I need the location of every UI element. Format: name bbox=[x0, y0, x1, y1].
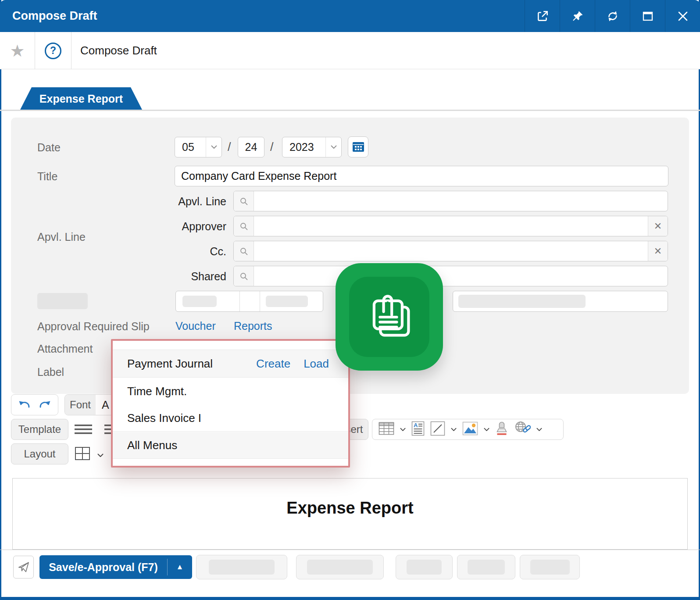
refresh-icon[interactable] bbox=[595, 0, 630, 32]
divider bbox=[0, 110, 700, 111]
cc-search-field[interactable]: ✕ bbox=[233, 241, 668, 261]
apvl-line-input[interactable] bbox=[254, 191, 668, 211]
hyperlink-globe-icon[interactable] bbox=[514, 421, 531, 438]
undo-icon[interactable] bbox=[18, 399, 31, 411]
disabled-action-button bbox=[520, 555, 580, 579]
date-separator: / bbox=[228, 140, 231, 154]
chevron-down-icon[interactable] bbox=[400, 425, 406, 433]
button-skeleton bbox=[530, 560, 570, 575]
chevron-down-icon[interactable] bbox=[536, 425, 542, 433]
day-input[interactable]: 24 bbox=[238, 137, 264, 157]
value-skeleton bbox=[182, 296, 217, 307]
approval-group-label: Apvl. Line bbox=[37, 231, 86, 243]
attachment-badge[interactable] bbox=[336, 263, 443, 371]
chevron-down-icon[interactable] bbox=[97, 451, 104, 459]
button-skeleton bbox=[307, 560, 373, 575]
day-value: 24 bbox=[245, 141, 257, 154]
value-skeleton bbox=[458, 295, 586, 308]
value-skeleton bbox=[266, 296, 308, 307]
header-row: ★ ? Compose Draft bbox=[0, 32, 700, 69]
template-button[interactable]: Template bbox=[11, 419, 68, 440]
menu-item-all-menus[interactable]: All Menus bbox=[113, 432, 348, 459]
disabled-action-button bbox=[196, 555, 287, 579]
clear-icon[interactable]: ✕ bbox=[648, 216, 668, 236]
search-icon[interactable] bbox=[234, 191, 254, 211]
apvl-line-label: Apvl. Line bbox=[167, 195, 226, 208]
reports-link[interactable]: Reports bbox=[234, 320, 272, 332]
shared-input[interactable] bbox=[254, 266, 668, 286]
page-title: Compose Draft bbox=[80, 32, 157, 69]
menu-item-payment-journal[interactable]: Payment Journal Create Load bbox=[113, 350, 348, 378]
title-bar: Compose Draft bbox=[0, 0, 700, 32]
window-border bbox=[0, 0, 1, 600]
title-value: Company Card Expense Report bbox=[175, 170, 336, 182]
star-icon: ★ bbox=[10, 43, 25, 59]
caret-up-icon[interactable]: ▲ bbox=[168, 563, 192, 571]
divider bbox=[0, 550, 700, 550]
load-link[interactable]: Load bbox=[304, 357, 329, 371]
window-controls bbox=[525, 0, 700, 32]
save-eapproval-button[interactable]: Save/e-Approval (F7) ▲ bbox=[39, 555, 192, 579]
template-label: Template bbox=[18, 423, 61, 436]
apvl-line-search-field[interactable] bbox=[233, 191, 668, 211]
insert-line-icon[interactable] bbox=[430, 421, 445, 438]
title-label: Title bbox=[37, 170, 57, 183]
font-label: Font bbox=[65, 395, 96, 415]
close-icon[interactable] bbox=[665, 0, 700, 32]
help-button[interactable]: ? bbox=[35, 32, 71, 69]
button-skeleton bbox=[407, 560, 442, 575]
open-in-new-icon[interactable] bbox=[525, 0, 560, 32]
paper-plane-icon bbox=[18, 561, 30, 573]
wide-field-skeleton[interactable] bbox=[453, 291, 668, 312]
insert-text-icon[interactable]: A bbox=[411, 421, 425, 438]
layout-grid-icon[interactable] bbox=[75, 446, 92, 463]
window-title: Compose Draft bbox=[12, 9, 97, 23]
window-border bbox=[0, 597, 700, 600]
button-skeleton bbox=[468, 560, 505, 575]
shared-search-field[interactable] bbox=[233, 266, 668, 286]
search-icon[interactable] bbox=[234, 241, 254, 261]
chevron-down-icon bbox=[325, 137, 341, 157]
chevron-down-icon bbox=[206, 137, 221, 157]
cc-input[interactable] bbox=[254, 241, 648, 261]
favorite-button[interactable]: ★ bbox=[0, 32, 35, 69]
approver-input[interactable] bbox=[254, 216, 648, 236]
segmented-field-skeleton[interactable] bbox=[175, 291, 323, 312]
tab-label: Expense Report bbox=[39, 93, 123, 105]
insert-image-icon[interactable] bbox=[462, 421, 478, 437]
search-icon[interactable] bbox=[234, 216, 254, 236]
attachment-note-icon bbox=[349, 277, 429, 357]
align-left-icon[interactable] bbox=[74, 424, 93, 437]
shared-label: Shared bbox=[167, 270, 226, 283]
chevron-down-icon[interactable] bbox=[451, 425, 457, 433]
editor-canvas[interactable]: Expense Report bbox=[12, 478, 688, 550]
voucher-link[interactable]: Voucher bbox=[175, 320, 216, 332]
insert-table-icon[interactable] bbox=[379, 421, 394, 437]
tab-expense-report[interactable]: Expense Report bbox=[20, 87, 143, 111]
month-select[interactable]: 05 bbox=[175, 137, 222, 157]
title-input[interactable]: Company Card Expense Report bbox=[175, 166, 668, 186]
send-button[interactable] bbox=[13, 556, 34, 579]
maximize-icon[interactable] bbox=[630, 0, 665, 32]
disabled-action-button bbox=[457, 555, 515, 579]
year-select[interactable]: 2023 bbox=[282, 137, 342, 157]
approver-search-field[interactable]: ✕ bbox=[233, 216, 668, 236]
stamp-icon[interactable] bbox=[495, 421, 508, 438]
calendar-picker-button[interactable] bbox=[348, 136, 368, 157]
redo-icon[interactable] bbox=[39, 399, 52, 411]
disabled-action-button bbox=[296, 555, 384, 579]
cc-label: Cc. bbox=[167, 245, 226, 258]
create-link[interactable]: Create bbox=[256, 357, 290, 371]
clear-icon[interactable]: ✕ bbox=[648, 241, 668, 261]
label-label: Label bbox=[37, 366, 64, 379]
chevron-down-icon[interactable] bbox=[484, 425, 489, 433]
layout-label: Layout bbox=[24, 448, 55, 460]
search-icon[interactable] bbox=[234, 266, 254, 286]
attachment-label: Attachment bbox=[37, 343, 93, 355]
undo-redo-group bbox=[11, 394, 58, 415]
layout-button[interactable]: Layout bbox=[11, 443, 68, 464]
menu-item-sales-invoice[interactable]: Sales Invoice I bbox=[113, 405, 348, 432]
disabled-action-button bbox=[396, 555, 453, 579]
menu-item-time-mgmt[interactable]: Time Mgmt. bbox=[113, 378, 348, 405]
pin-icon[interactable] bbox=[560, 0, 595, 32]
